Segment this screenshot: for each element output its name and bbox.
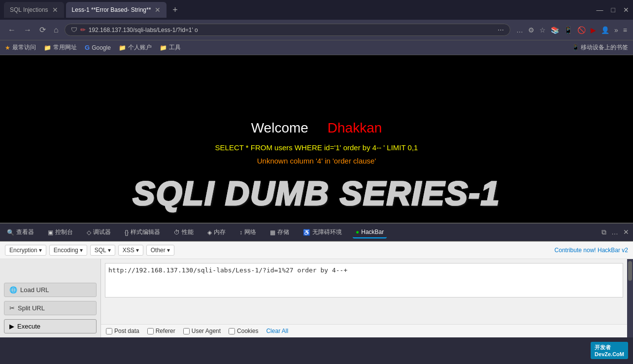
debugger-label: 调试器 xyxy=(93,228,111,236)
network-icon: ↕ xyxy=(239,229,242,236)
devtools-tab-performance[interactable]: ⏱ 性能 xyxy=(171,226,197,238)
mobile-bookmark[interactable]: 📱 移动设备上的书签 xyxy=(572,43,628,52)
more-button[interactable]: … xyxy=(516,26,523,34)
back-button[interactable]: ← xyxy=(6,24,18,36)
tablet-icon[interactable]: 📱 xyxy=(564,26,572,34)
execute-button[interactable]: ▶ Execute xyxy=(4,319,97,333)
url-bar[interactable]: 🛡 ✏ 192.168.137.130/sqli-labs/Less-1/?id… xyxy=(65,24,510,36)
dock-icon[interactable]: ⧉ xyxy=(601,228,606,236)
xss-menu[interactable]: XSS ▾ xyxy=(118,245,143,256)
title-bar: SQL Injections ✕ Less-1 **Error Based- S… xyxy=(0,0,633,20)
bookmark-label: 最常访问 xyxy=(12,43,36,52)
watermark-line2: DevZe.CoM xyxy=(595,351,624,357)
gear-icon[interactable]: ⚙ xyxy=(528,26,534,34)
other-arrow-icon: ▾ xyxy=(167,247,170,254)
more-devtools-icon[interactable]: … xyxy=(611,228,618,236)
sql-menu[interactable]: SQL ▾ xyxy=(90,245,115,256)
menu-button[interactable]: ≡ xyxy=(623,26,627,34)
new-tab-button[interactable]: + xyxy=(168,5,182,15)
execute-label: Execute xyxy=(17,323,40,330)
hackbar-scrollbar xyxy=(627,259,633,337)
person-icon[interactable]: 👤 xyxy=(601,26,609,34)
folder-icon-2: 📁 xyxy=(119,44,126,51)
bookmark-most-visited[interactable]: ★ 最常访问 xyxy=(5,43,36,52)
tab-active-label: Less-1 **Error Based- String** xyxy=(72,6,151,13)
bookmark-label-1: 常用网址 xyxy=(53,43,77,52)
hackbar-footer: Post data Referer User Agent Cookies C xyxy=(101,324,627,337)
devtools-bar: 🔍 查看器 ▣ 控制台 ◇ 调试器 {} 样式编辑器 ⏱ 性能 ◈ 内存 ↕ 网… xyxy=(0,223,633,241)
refresh-button[interactable]: ⟳ xyxy=(37,23,48,36)
maximize-button[interactable]: □ xyxy=(611,6,615,14)
hackbar-content: Post data Referer User Agent Cookies C xyxy=(101,259,627,337)
debugger-icon: ◇ xyxy=(87,229,91,236)
devtools-tab-hackbar[interactable]: ● HackBar xyxy=(353,227,387,238)
devtools-tab-debugger[interactable]: ◇ 调试器 xyxy=(84,226,114,238)
user-agent-checkbox-label[interactable]: User Agent xyxy=(183,328,221,334)
hackbar-dot-icon: ● xyxy=(356,229,359,235)
no-sign-icon: 🚫 xyxy=(577,26,586,34)
hackbar-url-input[interactable] xyxy=(105,263,623,298)
cookies-checkbox[interactable] xyxy=(229,328,235,334)
bookmark-account[interactable]: 📁 个人账户 xyxy=(119,43,152,52)
split-url-button[interactable]: ✂ Split URL xyxy=(4,301,97,315)
performance-icon: ⏱ xyxy=(174,229,180,236)
cookies-checkbox-label[interactable]: Cookies xyxy=(229,328,258,334)
split-url-icon: ✂ xyxy=(9,304,15,312)
contribute-text[interactable]: Contribute now! HackBar v2 xyxy=(555,247,628,254)
encryption-menu[interactable]: Encryption ▾ xyxy=(5,245,46,256)
home-button[interactable]: ⌂ xyxy=(52,24,61,36)
folder-icon-3: 📁 xyxy=(160,44,167,51)
tab-sql-injections[interactable]: SQL Injections ✕ xyxy=(4,2,64,18)
pencil-icon: ✏ xyxy=(80,26,86,33)
referer-checkbox[interactable] xyxy=(147,328,154,334)
close-window-button[interactable]: ✕ xyxy=(623,6,629,14)
devtools-tab-memory[interactable]: ◈ 内存 xyxy=(204,226,229,238)
bookmark-common-sites[interactable]: 📁 常用网址 xyxy=(44,43,77,52)
encoding-menu[interactable]: Encoding ▾ xyxy=(49,245,87,256)
hackbar-main: 🌐 Load URL ✂ Split URL ▶ Execute xyxy=(0,259,633,337)
other-menu[interactable]: Other ▾ xyxy=(146,245,174,256)
bookmark-google[interactable]: G Google xyxy=(85,44,111,51)
devtools-tab-accessibility[interactable]: ♿ 无障碍环境 xyxy=(300,226,345,238)
storage-label: 存储 xyxy=(277,228,289,236)
watermark: 开发者 DevZe.CoM xyxy=(591,342,628,359)
sql-query-line: SELECT * FROM users WHERE id='1' order b… xyxy=(215,141,418,154)
post-data-checkbox-label[interactable]: Post data xyxy=(106,328,139,334)
welcome-heading: Welcome Dhakkan xyxy=(215,120,418,136)
memory-label: 内存 xyxy=(214,228,226,236)
bookmark-label-2: Google xyxy=(92,44,111,51)
devtools-tab-style-editor[interactable]: {} 样式编辑器 xyxy=(122,226,163,238)
devtools-tab-network[interactable]: ↕ 网络 xyxy=(236,226,259,238)
web-content: Welcome Dhakkan SELECT * FROM users WHER… xyxy=(0,55,633,223)
load-url-label: Load URL xyxy=(20,286,49,294)
clear-all-button[interactable]: Clear All xyxy=(266,328,288,334)
scrollbar-thumb[interactable] xyxy=(628,261,632,281)
referer-checkbox-label[interactable]: Referer xyxy=(147,328,175,334)
sql-arrow-icon: ▾ xyxy=(108,247,111,254)
devtools-tab-inspector[interactable]: 🔍 查看器 xyxy=(4,226,37,238)
minimize-button[interactable]: — xyxy=(597,6,603,14)
chevrons-icon[interactable]: » xyxy=(614,26,618,34)
forward-button[interactable]: → xyxy=(22,24,33,36)
accessibility-label: 无障碍环境 xyxy=(312,228,342,236)
tab-close-active-icon[interactable]: ✕ xyxy=(155,6,161,14)
close-devtools-icon[interactable]: ✕ xyxy=(623,228,629,236)
tab-close-icon[interactable]: ✕ xyxy=(52,6,58,14)
tab-less1[interactable]: Less-1 **Error Based- String** ✕ xyxy=(66,2,167,18)
devtools-tab-storage[interactable]: ▦ 存储 xyxy=(267,226,292,238)
style-editor-icon: {} xyxy=(125,229,129,236)
hackbar-url-area xyxy=(101,259,627,324)
load-url-button[interactable]: 🌐 Load URL xyxy=(4,283,97,297)
post-data-checkbox[interactable] xyxy=(106,328,112,334)
devtools-tab-console[interactable]: ▣ 控制台 xyxy=(45,226,76,238)
execute-play-icon: ▶ xyxy=(9,323,14,330)
video-icon[interactable]: ▶ xyxy=(591,26,596,34)
bookmarks-icon[interactable]: 📚 xyxy=(551,26,559,34)
star-icon[interactable]: ☆ xyxy=(539,26,546,34)
inspector-icon: 🔍 xyxy=(7,229,14,236)
dhakkan-name: Dhakkan xyxy=(328,120,382,135)
user-agent-checkbox[interactable] xyxy=(183,328,190,334)
other-label: Other xyxy=(151,247,166,254)
bookmark-tools[interactable]: 📁 工具 xyxy=(160,43,181,52)
load-url-icon: 🌐 xyxy=(9,286,17,294)
